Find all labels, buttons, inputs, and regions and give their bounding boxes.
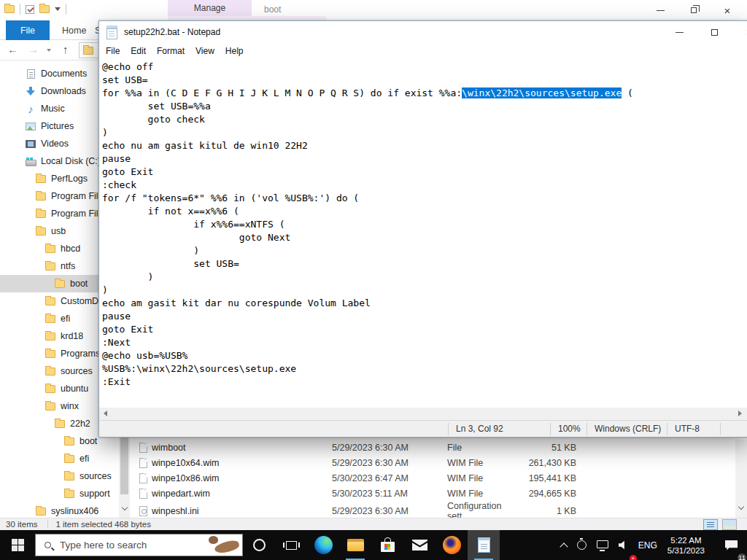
tray-network-icon[interactable] (592, 530, 614, 560)
menu-file[interactable]: File (106, 46, 120, 56)
menu-edit[interactable]: Edit (131, 46, 146, 56)
code-line: :Next (102, 336, 747, 349)
thumbnail-view-toggle[interactable] (722, 519, 737, 530)
minimize-icon (657, 10, 665, 11)
taskbar-task-view-button[interactable] (275, 530, 307, 560)
windows-logo-icon (12, 539, 24, 551)
tray-language-indicator[interactable]: ENG (633, 530, 662, 560)
notification-count-badge: 11 (737, 553, 747, 560)
folder-icon (44, 262, 56, 271)
notepad-minimize-button[interactable] (662, 21, 697, 43)
line-ending: Windows (CRLF) (587, 423, 667, 435)
notepad-text-editor[interactable]: @echo off set USB= for %%a in (C D E F G… (99, 59, 747, 408)
scroll-down-button[interactable] (119, 505, 130, 516)
notepad-close-button[interactable]: × (732, 21, 747, 43)
drive-icon (25, 157, 36, 166)
tree-item[interactable]: support (0, 485, 119, 502)
code-line: ) (102, 271, 747, 284)
search-input[interactable] (58, 539, 182, 551)
table-row[interactable]: wimboot 5/29/2023 6:30 AM File 51 KB (131, 440, 735, 455)
notepad-maximize-button[interactable] (697, 21, 732, 43)
picture-icon (25, 122, 36, 131)
folder-icon (44, 368, 56, 376)
code-line: if not x==x%%6 ( (102, 205, 747, 218)
taskbar: × ENG 5:22 AM 5/31/2023 11 (0, 530, 747, 560)
list-lines-icon (707, 524, 714, 525)
checkbox-icon[interactable] (26, 5, 34, 14)
folder-icon[interactable] (39, 5, 50, 13)
back-button[interactable]: ← (7, 43, 18, 55)
taskbar-mail-button[interactable] (403, 530, 436, 560)
file-list-scrollbar[interactable] (735, 440, 747, 518)
tray-time: 5:22 AM (670, 536, 701, 545)
folder-icon (44, 298, 56, 306)
otter-search-highlight-image[interactable] (206, 534, 239, 554)
recent-locations-chevron-icon[interactable] (47, 49, 51, 52)
scrollbar-thumb[interactable] (120, 436, 128, 494)
tray-volume-muted-icon[interactable]: × (614, 530, 633, 560)
notepad-titlebar[interactable]: setup22h2.bat - Notepad × (99, 21, 747, 43)
chevron-down-icon[interactable] (55, 7, 61, 11)
start-button[interactable] (0, 530, 35, 560)
taskbar-file-explorer-button[interactable] (339, 530, 371, 560)
taskbar-search-box[interactable] (35, 534, 243, 556)
scroll-down-button[interactable] (735, 505, 747, 515)
maximize-icon (711, 29, 718, 36)
folder-icon (44, 332, 56, 341)
table-row[interactable]: winpeshl.ini 5/29/2023 6:30 AM Configura… (131, 501, 735, 516)
code-line: set USB= (102, 257, 747, 271)
tree-item[interactable]: sources (0, 467, 119, 485)
notepad-window: setup22h2.bat - Notepad × File Edit Form… (98, 20, 747, 438)
file-icon (137, 443, 149, 453)
code-line: goto Exit (102, 166, 747, 179)
folder-icon (35, 192, 47, 201)
tab-file[interactable]: File (6, 20, 50, 40)
scroll-left-arrow-icon[interactable] (104, 411, 107, 416)
horizontal-scrollbar[interactable] (99, 408, 747, 420)
taskbar-firefox-button[interactable] (436, 530, 468, 560)
explorer-close-button[interactable]: × (711, 0, 744, 20)
table-row[interactable]: winpe10x64.wim 5/29/2023 6:30 AM WIM Fil… (131, 455, 735, 470)
taskbar-edge-button[interactable] (307, 530, 339, 560)
config-file-icon (137, 506, 149, 516)
up-button[interactable]: ↑ (63, 43, 69, 55)
table-row[interactable]: winpe10x86.wim 5/30/2023 6:47 AM WIM Fil… (131, 470, 735, 486)
menu-format[interactable]: Format (157, 46, 185, 56)
action-center-button[interactable]: 11 (720, 530, 743, 560)
code-line: pause (102, 310, 747, 323)
minimize-icon (676, 32, 684, 33)
details-view-toggle[interactable] (703, 519, 718, 530)
code-line: pause (102, 152, 747, 166)
explorer-titlebar[interactable]: Manage boot × (0, 0, 747, 20)
explorer-restore-button[interactable] (677, 0, 711, 20)
code-line: for /f "tokens=6*" %%6 in ('vol %USB%:')… (102, 192, 747, 205)
tray-circle-icon[interactable] (572, 530, 592, 560)
taskbar-cortana-button[interactable] (243, 530, 275, 560)
address-bar[interactable] (79, 42, 99, 58)
taskbar-notepad-button[interactable] (468, 530, 500, 560)
explorer-minimize-button[interactable] (643, 0, 677, 20)
chevron-up-icon (560, 542, 568, 551)
menu-help[interactable]: Help (225, 46, 244, 56)
folder-icon (44, 402, 56, 411)
taskbar-store-button[interactable] (371, 530, 403, 560)
edge-icon (314, 536, 333, 554)
explorer-statusbar: 30 items 1 item selected 468 bytes (0, 518, 747, 530)
forward-button[interactable]: → (28, 43, 39, 55)
scroll-right-arrow-icon[interactable] (738, 411, 742, 416)
folder-icon (35, 228, 47, 236)
menu-view[interactable]: View (196, 46, 214, 56)
tab-manage[interactable]: Manage (168, 0, 252, 16)
folder-icon (44, 350, 56, 358)
notepad-icon (478, 537, 490, 553)
folder-icon[interactable] (4, 5, 15, 13)
selection-info: 1 item selected 468 bytes (47, 520, 150, 529)
tree-item[interactable]: efi (0, 450, 119, 467)
cortana-icon (253, 539, 266, 551)
tab-home[interactable]: Home (62, 26, 86, 36)
tray-clock[interactable]: 5:22 AM 5/31/2023 (662, 530, 710, 560)
code-line: if x%%6==xNTFS ( (102, 218, 747, 231)
tray-show-hidden-icons-button[interactable] (556, 530, 572, 560)
tray-date: 5/31/2023 (667, 546, 705, 555)
table-row[interactable]: winpedart.wim 5/30/2023 5:11 AM WIM File… (131, 486, 735, 501)
